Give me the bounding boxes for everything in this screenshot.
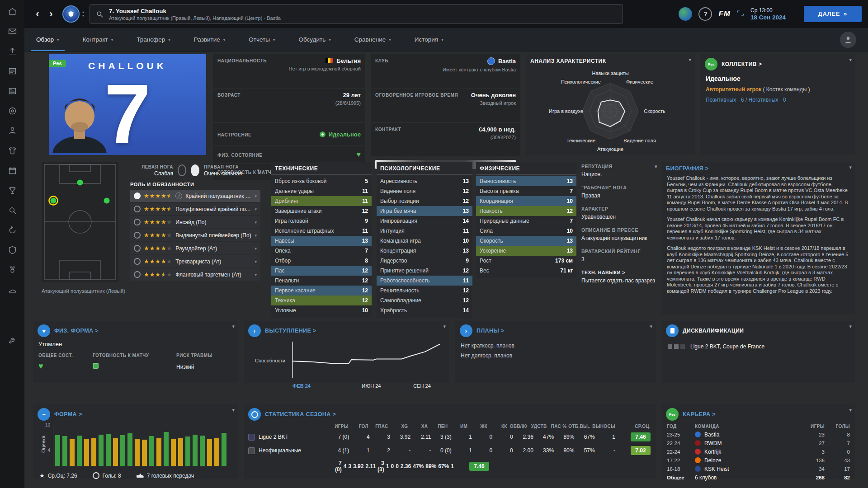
form-bar[interactable] (120, 435, 125, 466)
stats-column-header[interactable]: КК (488, 422, 508, 430)
form-bar[interactable] (84, 439, 89, 466)
fitness-title[interactable]: ФИЗ. ФОРМА > (54, 328, 99, 334)
position-dot[interactable] (104, 198, 110, 204)
stats-column-header[interactable]: ОТБ.ВЫ.. (567, 422, 591, 430)
plans-title[interactable]: ПЛАНЫ > (476, 328, 505, 334)
stats-column-header[interactable]: ИМ (448, 422, 468, 430)
dressing-room-title[interactable]: КОЛЛЕКТИВ > (722, 61, 762, 67)
club-value[interactable]: Bastia (498, 58, 516, 65)
window-mode-icon[interactable] (737, 10, 744, 18)
home-icon[interactable] (5, 4, 20, 19)
manager-avatar[interactable] (840, 32, 856, 48)
search-bar[interactable]: 7. Youssef Challouk Атакующий полузащитн… (90, 4, 623, 24)
form-bar[interactable] (193, 435, 198, 466)
hierarchy-role[interactable]: Авторитетный игрок (706, 86, 761, 93)
role-item[interactable]: ★★★★★★★★★★Раумдойтер (Ат)▾ (130, 242, 260, 254)
tab-обзор[interactable]: Обзор▾ (24, 28, 71, 51)
form-bar[interactable] (156, 438, 161, 466)
role-radio-icon[interactable] (134, 192, 141, 199)
position-dot[interactable] (77, 180, 83, 186)
position-dot[interactable] (51, 198, 57, 204)
form-bar[interactable] (142, 440, 147, 466)
form-bar[interactable] (106, 434, 111, 466)
collapse-chevron-icon[interactable]: ▾ (650, 324, 652, 329)
form-title[interactable]: ФОРМА > (54, 411, 82, 418)
role-radio-icon[interactable] (134, 232, 141, 239)
role-item[interactable]: ★★★★★★★★★★Выдвинутый плеймейкер (По)▾ (130, 229, 260, 241)
form-bar[interactable] (113, 438, 118, 466)
tab-обсудить[interactable]: Обсудить▾ (287, 28, 343, 51)
chevron-down-icon[interactable]: ▾ (255, 194, 257, 198)
tab-сравнение[interactable]: Сравнение▾ (343, 28, 403, 51)
competition-icon[interactable] (5, 183, 20, 198)
role-radio-icon[interactable] (134, 271, 141, 278)
transfers-icon[interactable] (5, 43, 20, 59)
performance-title[interactable]: ВЫСТУПЛЕНИЕ > (265, 328, 316, 334)
tactics-icon[interactable] (5, 242, 20, 258)
collapse-chevron-icon[interactable]: ▾ (849, 164, 852, 170)
stats-column-header[interactable]: ГОЛ (349, 422, 369, 430)
biography-title[interactable]: БИОГРАФИЯ > (666, 165, 709, 172)
role-item[interactable]: ★★★★★★★★★★iКрайний полузащитник (По)▾ (130, 190, 260, 202)
role-item[interactable]: ★★★★★★★★★★Полуфланговый крайний по...▾ (130, 203, 260, 215)
negative-relations-link[interactable]: Негативных - 0 (749, 97, 786, 103)
stats-column-header[interactable]: ПАС % (547, 422, 567, 430)
role-radio-icon[interactable] (134, 258, 141, 265)
tab-история[interactable]: История▾ (403, 28, 455, 51)
stats-column-header[interactable]: СР.ОЦ. (616, 422, 651, 430)
season-stats-total[interactable]: 7 (0)433.922.113 (3)1002.3647%89%67%17.4… (248, 458, 330, 475)
collapse-chevron-icon[interactable]: ▾ (849, 407, 852, 413)
chevron-down-icon[interactable]: ▾ (255, 233, 257, 238)
collapse-chevron-icon[interactable]: ▾ (443, 324, 446, 329)
chevron-down-icon[interactable]: ▾ (255, 272, 257, 277)
collapse-chevron-icon[interactable]: ▾ (232, 407, 235, 413)
ball-icon[interactable] (5, 103, 20, 118)
role-item[interactable]: ★★★★★★★★★★Фланговый таргетмен (Ат)▾ (130, 268, 260, 281)
role-radio-icon[interactable] (134, 245, 141, 252)
kit-icon[interactable] (5, 143, 20, 158)
form-bar[interactable] (77, 436, 82, 466)
boots-icon[interactable] (5, 282, 20, 297)
stats-column-header[interactable]: ИГРЫ (330, 422, 349, 430)
chevron-down-icon[interactable]: ▾ (255, 207, 257, 211)
stats-column-header[interactable]: ОБВ/90 (508, 422, 528, 430)
entity-switcher[interactable]: ▴▾ (82, 10, 84, 18)
chevron-down-icon[interactable]: ▾ (255, 220, 257, 225)
chevron-down-icon[interactable]: ▾ (255, 259, 257, 264)
form-bar[interactable] (214, 438, 219, 466)
stats-column-header[interactable]: ЖК (468, 422, 488, 430)
stats-column-header[interactable]: XG (389, 422, 409, 430)
tab-развитие[interactable]: Развитие▾ (182, 28, 237, 51)
settings-icon[interactable] (5, 333, 20, 348)
collapse-chevron-icon[interactable]: ▾ (655, 164, 657, 169)
stats-column-header[interactable]: ПЕН (429, 422, 448, 430)
role-item[interactable]: ★★★★★★★★★★Инсайд (По)▾ (130, 216, 260, 228)
form-bar[interactable] (207, 439, 212, 466)
info-icon[interactable]: i (175, 192, 182, 199)
profile-icon[interactable] (5, 83, 20, 99)
stats-column-header[interactable]: ГПАС (369, 422, 389, 430)
back-button[interactable]: ‹ (31, 7, 44, 21)
form-bar[interactable] (200, 436, 205, 466)
inbox-icon[interactable] (5, 23, 20, 39)
form-bar[interactable] (222, 433, 226, 466)
tab-отчеты[interactable]: Отчеты▾ (237, 28, 287, 51)
awards-icon[interactable] (5, 262, 20, 277)
stats-column-header[interactable]: XA (409, 422, 429, 430)
form-bar[interactable] (185, 436, 190, 466)
collapse-chevron-icon[interactable]: ▾ (232, 324, 235, 329)
stats-column-header[interactable]: ВЫНОСЫ (591, 422, 616, 430)
role-radio-icon[interactable] (134, 219, 141, 225)
form-bar[interactable] (70, 439, 75, 466)
role-item[interactable]: ★★★★★★★★★★Трекварциста (Ат)▾ (130, 255, 260, 267)
search-icon[interactable] (5, 202, 20, 218)
form-bar[interactable] (149, 436, 154, 466)
collapse-chevron-icon[interactable]: ▾ (849, 57, 852, 63)
career-title[interactable]: КАРЬЕРА > (683, 411, 716, 418)
season-stats-title[interactable]: СТАТИСТИКА СЕЗОНА > (265, 411, 336, 418)
form-bar[interactable] (91, 438, 96, 466)
form-bar[interactable] (178, 438, 183, 466)
tab-трансфер[interactable]: Трансфер▾ (125, 28, 182, 51)
nationality-value[interactable]: Бельгия (336, 57, 361, 64)
career-row[interactable]: 22-24Kortrijk30 (661, 447, 855, 456)
